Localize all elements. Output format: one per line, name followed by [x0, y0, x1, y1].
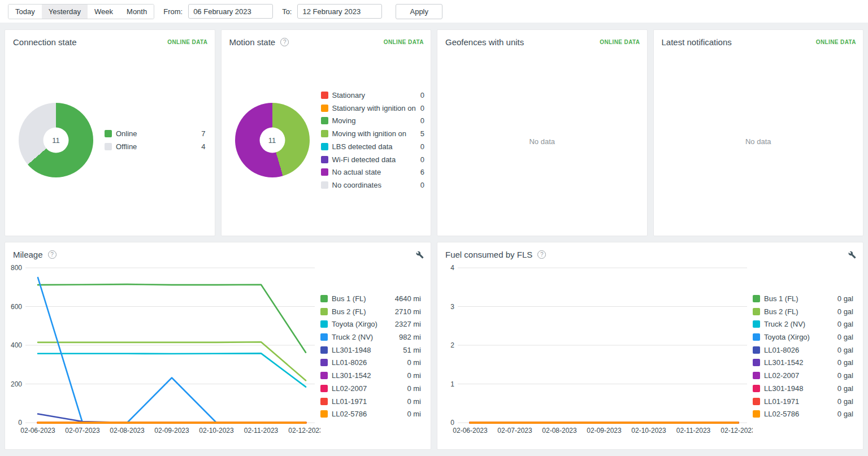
apply-button[interactable]: Apply: [396, 4, 442, 19]
help-icon[interactable]: ?: [280, 38, 289, 46]
legend-row: Moving with ignition on5: [321, 129, 424, 138]
from-date-input[interactable]: [188, 4, 273, 19]
range-button-yesterday[interactable]: Yesterday: [42, 5, 88, 19]
legend-value: 2327 mi: [390, 320, 421, 328]
legend-value: 0 mi: [402, 371, 421, 380]
online-data-badge: ONLINE DATA: [816, 39, 856, 45]
svg-text:02-10-2023: 02-10-2023: [631, 427, 666, 435]
range-button-month[interactable]: Month: [120, 5, 154, 19]
panel-notifications: Latest notifications ONLINE DATA No data: [653, 29, 864, 236]
svg-text:2: 2: [450, 341, 454, 349]
legend-label: Moving with ignition on: [332, 129, 416, 138]
legend-row[interactable]: Bus 2 (FL)0 gal: [753, 307, 853, 316]
legend-label: Bus 2 (FL): [764, 307, 833, 316]
legend-label: LL01-1971: [332, 397, 402, 406]
series-line-ll301-1948: [38, 414, 306, 423]
settings-wrench-icon[interactable]: [848, 251, 856, 259]
settings-wrench-icon[interactable]: [416, 251, 424, 259]
legend-row[interactable]: LL02-57860 gal: [753, 410, 853, 418]
legend-swatch: [753, 398, 760, 405]
range-button-week[interactable]: Week: [88, 5, 120, 19]
legend-value: 0 gal: [833, 397, 853, 406]
online-data-badge: ONLINE DATA: [167, 39, 207, 45]
legend-row[interactable]: LL301-15420 gal: [753, 358, 853, 367]
legend-row[interactable]: LL301-19480 gal: [753, 384, 853, 393]
legend-row: No coordinates0: [321, 181, 424, 189]
legend-label: LL301-1948: [332, 346, 398, 354]
legend-label: LL01-8026: [332, 358, 402, 367]
legend-label: Offline: [116, 142, 197, 151]
legend-row[interactable]: LL01-19710 gal: [753, 397, 853, 406]
legend-value: 0: [416, 181, 424, 189]
panel-title: Fuel consumed by FLS: [445, 250, 532, 259]
legend-row: Wi-Fi detected data0: [321, 155, 424, 164]
legend-row[interactable]: LL02-20070 mi: [320, 384, 421, 393]
legend-row[interactable]: LL01-19710 mi: [320, 397, 421, 406]
svg-text:02-06-2023: 02-06-2023: [20, 427, 55, 435]
panel-motion-state: Motion state ? ONLINE DATA 11 Stationary…: [221, 29, 432, 236]
legend-swatch: [321, 105, 328, 112]
legend-label: Toyota (Xirgo): [764, 333, 833, 341]
legend-label: LL301-1542: [764, 358, 833, 367]
toolbar: TodayYesterdayWeekMonth From: To: Apply: [0, 0, 868, 23]
fuel-legend: Bus 1 (FL)0 galBus 2 (FL)0 galTruck 2 (N…: [753, 294, 853, 449]
legend-value: 4: [197, 142, 205, 151]
legend-row[interactable]: Truck 2 (NV)0 gal: [753, 320, 853, 328]
svg-text:1: 1: [450, 380, 454, 388]
mileage-legend: Bus 1 (FL)4640 miBus 2 (FL)2710 miToyota…: [320, 294, 421, 449]
legend-swatch: [753, 295, 760, 302]
legend-swatch: [320, 295, 328, 302]
legend-value: 0 gal: [833, 410, 853, 418]
from-label: From:: [163, 7, 183, 16]
date-range-selector: TodayYesterdayWeekMonth: [8, 4, 154, 19]
legend-swatch: [753, 385, 760, 392]
help-icon[interactable]: ?: [48, 250, 57, 259]
legend-label: LL02-5786: [764, 410, 833, 418]
legend-row[interactable]: Truck 2 (NV)982 mi: [320, 333, 421, 341]
legend-row: Online7: [105, 129, 206, 138]
legend-value: 0 gal: [833, 320, 853, 328]
range-button-today[interactable]: Today: [8, 5, 42, 19]
svg-text:0: 0: [18, 419, 22, 427]
legend-row[interactable]: LL301-194851 mi: [320, 346, 421, 354]
svg-text:02-08-2023: 02-08-2023: [110, 427, 145, 435]
legend-row[interactable]: Bus 1 (FL)0 gal: [753, 294, 853, 303]
svg-text:3: 3: [450, 303, 454, 311]
legend-row[interactable]: Bus 2 (FL)2710 mi: [320, 307, 421, 316]
legend-swatch: [321, 143, 328, 150]
legend-row[interactable]: Bus 1 (FL)4640 mi: [320, 294, 421, 303]
legend-label: Toyota (Xirgo): [332, 320, 390, 328]
legend-row[interactable]: LL301-15420 mi: [320, 371, 421, 380]
panel-connection-state: Connection state ONLINE DATA 11 Online7O…: [5, 29, 215, 236]
help-icon[interactable]: ?: [537, 250, 546, 259]
svg-text:600: 600: [11, 303, 22, 311]
connection-donut-chart: 11: [19, 103, 93, 177]
legend-row[interactable]: LL01-80260 gal: [753, 346, 853, 354]
svg-text:02-11-2023: 02-11-2023: [244, 427, 279, 435]
legend-label: Online: [116, 129, 197, 138]
legend-value: 0 mi: [402, 358, 421, 367]
legend-row: Offline4: [105, 142, 206, 151]
legend-swatch: [753, 320, 760, 328]
legend-row[interactable]: LL02-57860 mi: [320, 410, 421, 418]
legend-row[interactable]: Toyota (Xirgo)0 gal: [753, 333, 853, 341]
legend-swatch: [321, 168, 328, 176]
legend-value: 0 gal: [833, 384, 853, 393]
online-data-badge: ONLINE DATA: [600, 39, 640, 45]
legend-value: 0 gal: [833, 307, 853, 316]
legend-swatch: [321, 117, 328, 124]
legend-row[interactable]: Toyota (Xirgo)2327 mi: [320, 320, 421, 328]
legend-row: No actual state6: [321, 168, 424, 176]
legend-row[interactable]: LL01-80260 mi: [320, 358, 421, 367]
legend-row: Stationary0: [321, 91, 424, 99]
legend-row[interactable]: LL02-20070 gal: [753, 371, 853, 380]
to-date-input[interactable]: [297, 4, 382, 19]
series-line-bus-2-fl-: [38, 342, 306, 380]
legend-label: LL02-2007: [332, 384, 402, 393]
legend-swatch: [321, 130, 328, 137]
svg-text:02-07-2023: 02-07-2023: [497, 427, 532, 435]
legend-value: 0 mi: [402, 397, 421, 406]
legend-label: Bus 2 (FL): [332, 307, 390, 316]
svg-text:02-11-2023: 02-11-2023: [676, 427, 711, 435]
legend-value: 0 gal: [833, 333, 853, 341]
